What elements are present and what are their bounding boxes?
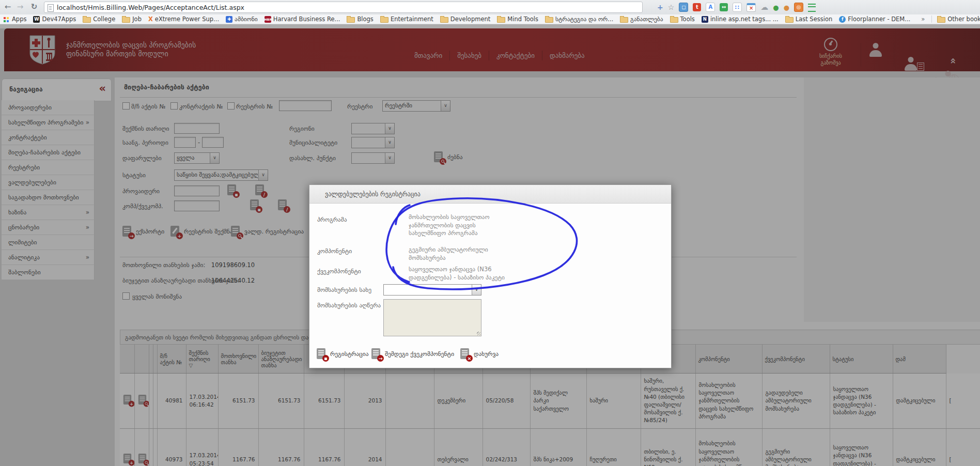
address-bar[interactable]: localhost/Hmis.Billing.Web/Pages/Accepta… — [44, 2, 643, 13]
back-icon[interactable]: ← — [2, 1, 13, 13]
bookmark-apps[interactable]: Apps — [3, 15, 26, 23]
bookmark-item[interactable]: ✚ამბიონი — [226, 15, 258, 23]
bookmark-item[interactable]: სტრატეგია და ორ... — [545, 15, 613, 23]
component-value: გეგმიური ამბულატორიული მომსახურება — [409, 246, 533, 262]
bookmark-item[interactable]: HBRHarvard Business Re... — [265, 15, 340, 23]
dropdown-arrow-icon: ∨ — [472, 285, 481, 295]
bookmarks-bar: Apps WDev47Apps College Job XeXtreme Pow… — [0, 14, 980, 24]
bookmark-item[interactable]: Ninline asp.net tags... ... — [702, 15, 779, 23]
t-extension-icon[interactable]: t — [693, 3, 701, 11]
forward-icon[interactable]: → — [14, 1, 26, 13]
close-button[interactable]: × დახურვა — [460, 348, 499, 359]
subcomponent-value: საყოველთაო ჯანდაცვა (N36 დადგენილება) - … — [409, 266, 533, 282]
cross-icon: ✚ — [226, 16, 232, 23]
folder-icon — [380, 17, 388, 23]
bookmark-item[interactable]: განათლება — [620, 15, 663, 23]
program-value: მოსახლეობის საყოველთაო ჯანმრთელობის დაცვ… — [409, 213, 533, 238]
cookie-extension-icon[interactable]: ● — [784, 4, 789, 11]
folder-icon — [440, 17, 448, 23]
pin-extension-icon[interactable]: ● — [773, 4, 779, 11]
bookmark-item[interactable]: fFloorplanner - DEM... — [839, 15, 910, 23]
service-desc-label: მომსახურების აღწერა — [317, 302, 381, 309]
hbr-icon: HBR — [265, 16, 271, 23]
floorplanner-icon: f — [839, 16, 846, 23]
bookmark-star-icon[interactable]: ☆ — [668, 3, 675, 11]
w-icon: W — [33, 16, 40, 23]
calendar-extension-icon[interactable]: × — [746, 3, 756, 12]
folder-icon — [347, 17, 355, 23]
extension-row: + ☆ ◻ t A ↔ :: × ☁ ● ● ◎ — [657, 3, 816, 12]
refresh-icon[interactable]: ↻ — [28, 1, 40, 13]
program-label: პროგრამა — [317, 216, 347, 223]
register-doc-icon: ▪ — [317, 348, 325, 359]
folder-icon — [83, 17, 91, 23]
folder-icon — [670, 17, 678, 23]
folder-icon — [620, 17, 628, 23]
component-label: კომპონენტი — [317, 247, 352, 255]
bookmark-item[interactable]: Mind Tools — [497, 15, 538, 23]
chrome-menu-icon[interactable] — [808, 4, 816, 12]
bookmark-item[interactable]: WDev47Apps — [33, 15, 76, 23]
browser-toolbar: ← → ↻ localhost/Hmis.Billing.Web/Pages/A… — [0, 0, 980, 15]
wrench-extension-icon[interactable]: ◎ — [794, 3, 803, 12]
bookmark-item[interactable]: College — [83, 15, 115, 23]
bookmark-item[interactable]: Job — [122, 15, 142, 23]
screenshot-extension-icon[interactable]: ◻ — [679, 3, 688, 12]
obligations-registration-dialog: ვალდებულებების რეგისტრაცია პროგრამა მოსა… — [309, 184, 672, 368]
apps-grid-icon — [4, 17, 6, 19]
bookmark-item[interactable]: Entertainment — [380, 15, 433, 23]
other-bookmarks[interactable]: Other bookmar... — [931, 15, 980, 23]
service-type-select[interactable]: ∨ — [383, 284, 481, 296]
folder-icon — [545, 17, 553, 23]
bookmark-item[interactable]: XeXtreme Power Sup... — [148, 15, 219, 23]
folder-icon — [937, 17, 945, 23]
folder-icon — [497, 17, 505, 23]
page-icon — [48, 4, 54, 12]
folder-icon — [785, 17, 794, 23]
x-icon: X — [148, 15, 153, 23]
subcomponent-label: ქვეკომპონენტი — [317, 268, 361, 275]
service-desc-textarea[interactable] — [383, 299, 481, 336]
bookmark-item[interactable]: Blogs — [347, 15, 373, 23]
app-page: ჯანმრთელობის დაცვის პროგრამების ფინანსურ… — [0, 24, 980, 466]
n-icon: N — [702, 16, 708, 23]
screen: ← → ↻ localhost/Hmis.Billing.Web/Pages/A… — [0, 0, 980, 466]
next-subcomponent-button[interactable]: → შემდეგი ქვეკომპონენტი — [371, 348, 454, 359]
resize-handle-icon[interactable] — [477, 332, 480, 335]
bookmark-item[interactable]: Last Session — [785, 15, 833, 23]
bookmark-item[interactable]: Development — [440, 15, 490, 23]
translate-extension-icon[interactable]: A — [706, 3, 715, 12]
next-doc-icon: → — [371, 348, 380, 359]
folder-icon — [122, 17, 130, 23]
url-text[interactable]: localhost/Hmis.Billing.Web/Pages/Accepta… — [57, 4, 244, 11]
dialog-title[interactable]: ვალდებულებების რეგისტრაცია — [309, 185, 671, 204]
register-button[interactable]: ▪ რეგისტრაცია — [317, 348, 369, 359]
service-type-label: მომსახურების სახე — [317, 286, 371, 293]
bookmarks-overflow-chevron[interactable]: » — [921, 15, 925, 23]
dots-grid-extension-icon[interactable]: :: — [733, 3, 742, 12]
cloud-extension-icon[interactable]: ☁ — [760, 3, 768, 12]
bookmark-item[interactable]: Tools — [670, 15, 695, 23]
close-doc-icon: × — [460, 348, 469, 359]
resizer-extension-icon[interactable]: ↔ — [720, 3, 728, 11]
move-icon[interactable]: + — [657, 3, 663, 11]
